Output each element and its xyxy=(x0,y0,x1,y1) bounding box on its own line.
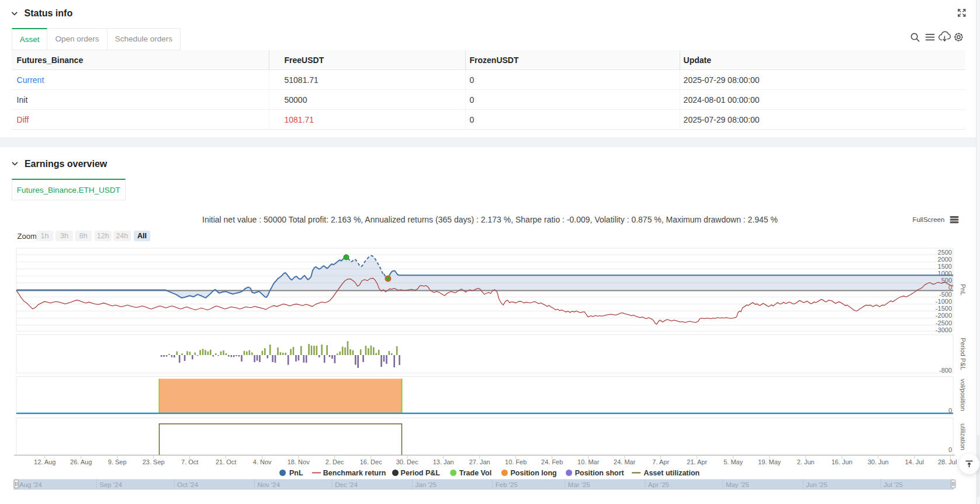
svg-text:Oct '24: Oct '24 xyxy=(177,481,199,488)
svg-text:Apr '25: Apr '25 xyxy=(648,481,669,488)
svg-text:Position short: Position short xyxy=(575,469,625,477)
svg-text:0: 0 xyxy=(948,284,952,291)
svg-text:13. Jan: 13. Jan xyxy=(433,458,454,465)
svg-text:5. May: 5. May xyxy=(723,458,743,465)
svg-text:2500: 2500 xyxy=(938,249,952,256)
svg-text:28. Jul: 28. Jul xyxy=(938,458,957,465)
svg-text:0: 0 xyxy=(948,446,952,453)
svg-text:Position long: Position long xyxy=(511,469,557,477)
svg-text:10. Feb: 10. Feb xyxy=(505,458,527,465)
svg-text:Jan '25: Jan '25 xyxy=(415,481,437,488)
svg-text:4. Nov: 4. Nov xyxy=(253,458,272,465)
svg-text:1000: 1000 xyxy=(938,270,952,277)
svg-text:500: 500 xyxy=(941,277,952,284)
svg-text:26. Aug: 26. Aug xyxy=(70,458,92,465)
svg-text:-800: -800 xyxy=(939,367,952,374)
svg-text:Benchmark return: Benchmark return xyxy=(323,469,386,477)
svg-text:10. Mar: 10. Mar xyxy=(577,458,600,465)
svg-text:12. Aug: 12. Aug xyxy=(34,458,56,465)
svg-text:Period P&L: Period P&L xyxy=(401,469,441,477)
svg-text:-2500: -2500 xyxy=(936,319,952,326)
svg-text:24. Mar: 24. Mar xyxy=(614,458,636,465)
svg-text:7. Oct: 7. Oct xyxy=(181,458,198,465)
svg-text:2000: 2000 xyxy=(938,256,952,263)
svg-text:-500: -500 xyxy=(939,291,952,298)
svg-text:30. Jun: 30. Jun xyxy=(868,458,889,465)
svg-text:7. Apr: 7. Apr xyxy=(652,458,669,465)
svg-text:vol/position: vol/position xyxy=(960,378,967,411)
svg-text:May '25: May '25 xyxy=(726,481,749,488)
svg-text:utilization: utilization xyxy=(960,423,967,450)
svg-text:-3000: -3000 xyxy=(936,326,952,333)
svg-text:19. May: 19. May xyxy=(758,458,781,465)
svg-text:16. Jun: 16. Jun xyxy=(832,458,853,465)
svg-text:0: 0 xyxy=(948,407,952,414)
svg-text:1500: 1500 xyxy=(938,263,952,270)
svg-text:Sep '24: Sep '24 xyxy=(99,481,122,488)
svg-text:30. Dec: 30. Dec xyxy=(396,458,418,465)
svg-text:Period P&L: Period P&L xyxy=(960,338,967,370)
svg-text:27. Jan: 27. Jan xyxy=(469,458,490,465)
svg-text:21. Oct: 21. Oct xyxy=(216,458,236,465)
svg-text:Trade Vol: Trade Vol xyxy=(459,469,491,477)
svg-text:PnL: PnL xyxy=(960,284,967,296)
svg-text:18. Nov: 18. Nov xyxy=(288,458,310,465)
svg-text:Jul '25: Jul '25 xyxy=(884,481,903,488)
svg-text:23. Sep: 23. Sep xyxy=(143,458,165,465)
svg-text:14. Jul: 14. Jul xyxy=(905,458,923,465)
svg-text:21. Apr: 21. Apr xyxy=(687,458,707,465)
svg-text:-2000: -2000 xyxy=(936,312,952,319)
svg-text:Nov '24: Nov '24 xyxy=(257,481,280,488)
svg-text:2. Dec: 2. Dec xyxy=(325,458,344,465)
svg-text:2. Jun: 2. Jun xyxy=(797,458,815,465)
svg-text:Mar '25: Mar '25 xyxy=(568,481,590,488)
svg-text:Feb '25: Feb '25 xyxy=(496,481,518,488)
svg-text:-1000: -1000 xyxy=(936,298,952,305)
svg-text:PnL: PnL xyxy=(289,469,303,477)
svg-text:Jun '25: Jun '25 xyxy=(806,481,827,488)
svg-text:9. Sep: 9. Sep xyxy=(108,458,127,465)
svg-text:Aug '24: Aug '24 xyxy=(19,481,42,488)
svg-text:-1500: -1500 xyxy=(936,305,952,312)
svg-text:Dec '24: Dec '24 xyxy=(335,481,358,488)
svg-text:24. Feb: 24. Feb xyxy=(541,458,563,465)
svg-text:16. Dec: 16. Dec xyxy=(360,458,382,465)
svg-text:Asset utilization: Asset utilization xyxy=(643,469,699,477)
